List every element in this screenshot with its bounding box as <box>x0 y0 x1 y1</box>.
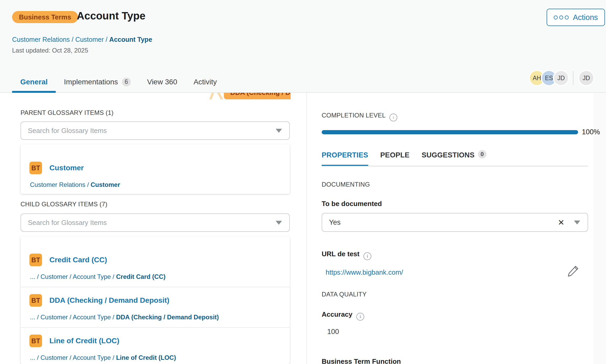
child-glossary-search-input[interactable] <box>27 218 276 227</box>
implementations-count-badge: 6 <box>122 78 131 86</box>
business-term-badge: BT <box>29 254 42 266</box>
glossary-item: BT Line of Credit (LOC) ... / Customer /… <box>20 327 290 364</box>
main-tabs: General Implementations 6 View 360 Activ… <box>12 71 225 93</box>
documenting-heading: DOCUMENTING <box>322 181 370 188</box>
to-be-documented-select[interactable]: Yes ✕ <box>322 213 588 232</box>
last-updated-text: Last updated: Oct 28, 2025 <box>12 47 88 54</box>
to-be-documented-label: To be documented <box>322 200 382 208</box>
actions-button-label: Actions <box>573 13 598 22</box>
glossary-item-path: Customer Relations / Customer <box>30 181 281 188</box>
actions-button[interactable]: Actions <box>547 9 605 26</box>
breadcrumb-item-current: Account Type <box>109 36 152 43</box>
business-term-function-label: Business Term Function <box>322 357 401 364</box>
current-user-avatar[interactable]: JD <box>578 70 594 86</box>
glossary-item-link[interactable]: Credit Card (CC) <box>49 256 107 264</box>
completion-progress-bar <box>322 130 578 134</box>
business-term-badge: BT <box>29 335 42 347</box>
accuracy-value: 100 <box>327 328 339 336</box>
to-be-documented-value: Yes <box>329 218 558 227</box>
tab-people[interactable]: PEOPLE <box>380 151 409 166</box>
child-glossary-list: BT Credit Card (CC) ... / Customer / Acc… <box>20 236 290 364</box>
info-icon[interactable]: i <box>389 114 397 121</box>
suggestions-count-badge: 0 <box>478 150 486 158</box>
chevron-down-icon[interactable] <box>276 221 282 225</box>
accuracy-label: Accuracyi <box>322 310 364 321</box>
clear-icon[interactable]: ✕ <box>558 218 564 227</box>
glossary-item-path: ... / Customer / Account Type / DDA (Che… <box>30 314 281 321</box>
diagram-edge <box>215 93 224 99</box>
parent-glossary-card: BT Customer Customer Relations / Custome… <box>20 144 290 194</box>
page-title: Account Type <box>77 10 146 22</box>
parent-glossary-heading: PARENT GLOSSARY ITEMS (1) <box>20 109 114 116</box>
column-divider <box>306 93 307 364</box>
info-icon[interactable]: i <box>356 313 364 321</box>
completion-percent-label: 100% <box>582 128 600 136</box>
breadcrumb-item-parent[interactable]: Customer <box>75 36 104 43</box>
breadcrumb: Customer Relations / Customer / Account … <box>12 36 152 43</box>
tab-general[interactable]: General <box>12 71 56 93</box>
avatar-divider <box>573 71 573 85</box>
tab-activity[interactable]: Activity <box>185 71 225 93</box>
glossary-item: BT Customer Customer Relations / Custome… <box>20 144 290 195</box>
three-circles-icon <box>554 16 569 19</box>
glossary-item-link[interactable]: DDA (Checking / Demand Deposit) <box>49 296 169 305</box>
asset-detail-page: Business Terms Account Type Actions Cust… <box>0 0 606 364</box>
business-term-badge: BT <box>29 294 42 307</box>
business-term-badge: BT <box>29 162 42 174</box>
glossary-item: BT DDA (Checking / Demand Deposit) ... /… <box>20 287 290 327</box>
diagram-edge <box>208 93 215 99</box>
url-de-test-label: URL de testi <box>322 250 371 260</box>
glossary-item: BT Credit Card (CC) ... / Customer / Acc… <box>20 236 290 287</box>
glossary-item-link[interactable]: Customer <box>49 164 84 172</box>
chevron-down-icon[interactable] <box>574 221 580 224</box>
detail-tabs: PROPERTIES PEOPLE SUGGESTIONS 0 <box>322 151 486 166</box>
glossary-item-path: ... / Customer / Account Type / Credit C… <box>30 273 281 280</box>
glossary-item-path: ... / Customer / Account Type / Line of … <box>30 354 281 361</box>
parent-glossary-search-input[interactable] <box>27 126 276 135</box>
tab-view-360[interactable]: View 360 <box>139 71 186 93</box>
asset-type-badge: Business Terms <box>12 11 78 23</box>
chevron-down-icon[interactable] <box>276 129 282 133</box>
detail-tabs-divider <box>322 166 588 166</box>
child-glossary-search <box>20 213 290 232</box>
data-quality-heading: DATA QUALITY <box>322 291 367 298</box>
avatar[interactable]: JD <box>553 70 569 86</box>
completion-progress-fill <box>322 130 578 134</box>
glossary-item-link[interactable]: Line of Credit (LOC) <box>49 337 119 345</box>
tab-properties[interactable]: PROPERTIES <box>322 151 368 166</box>
completion-level-heading: COMPLETION LEVELi <box>322 112 397 121</box>
info-icon[interactable]: i <box>363 252 371 260</box>
avatar-group: AH ES JD JD <box>529 70 594 86</box>
tab-suggestions[interactable]: SUGGESTIONS 0 <box>422 151 486 166</box>
child-glossary-heading: CHILD GLOSSARY ITEMS (7) <box>20 201 107 208</box>
parent-glossary-search <box>20 121 290 140</box>
breadcrumb-item-domain[interactable]: Customer Relations <box>12 36 70 43</box>
url-de-test-link[interactable]: https://www.bigbank.com/ <box>326 268 403 276</box>
diagram-node-tag[interactable]: DDA (Checking / Den <box>224 93 291 99</box>
edit-pencil-icon[interactable] <box>567 264 580 277</box>
clipped-diagram-area: DDA (Checking / Den <box>208 93 291 99</box>
tab-implementations[interactable]: Implementations 6 <box>56 71 139 93</box>
